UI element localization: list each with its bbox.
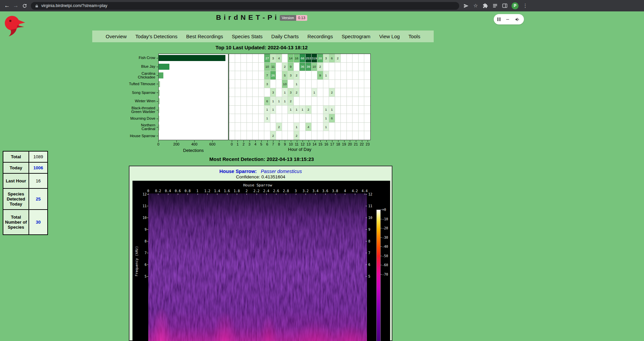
- heatmap-cell: 1: [276, 97, 282, 106]
- nav-item-recordings[interactable]: Recordings: [308, 34, 333, 39]
- heatmap-cell: 10: [282, 80, 288, 89]
- stats-row-today: Today1006: [3, 162, 48, 173]
- heatmap-cell: 2: [288, 97, 294, 106]
- side-panel-icon[interactable]: [502, 3, 508, 9]
- heatmap-cell: [347, 97, 353, 106]
- heatmap-cell: 253: [306, 54, 312, 63]
- detection-species[interactable]: House Sparrow:: [219, 169, 257, 174]
- bar-song-sparrow: [159, 90, 160, 96]
- heatmap-cell: [247, 123, 253, 131]
- spec-xtick-mark: [355, 193, 355, 195]
- heatmap-cell: 14: [288, 54, 294, 63]
- heatmap-cell: [335, 71, 341, 80]
- send-icon[interactable]: [463, 3, 469, 9]
- heatmap-cell: [276, 131, 282, 140]
- heatmap-cell: 28: [317, 54, 323, 63]
- heatmap-cell: [317, 123, 323, 131]
- url-bar[interactable]: virginia.birdnetpi.com/?stream=play: [31, 2, 459, 10]
- spec-xtick-mark: [227, 193, 227, 195]
- heatmap-cell: [323, 97, 329, 106]
- seek-dash[interactable]: [506, 19, 509, 20]
- heatmap-cell: [341, 114, 347, 123]
- detection-scientific-name[interactable]: Passer domesticus: [261, 169, 302, 174]
- nav-item-today-s-detections[interactable]: Today's Detections: [136, 34, 177, 39]
- heatmap-cell: [347, 63, 353, 71]
- heatmap-cell: [364, 123, 370, 131]
- heatmap-cell: [341, 106, 347, 114]
- heatmap-cell: [359, 54, 365, 63]
- ytick-mark: [157, 101, 158, 102]
- heatmap-cell: [317, 114, 323, 123]
- heatmap-cell: [359, 123, 365, 131]
- heatmap-cell: [317, 80, 323, 89]
- heatmap-cell: [335, 106, 341, 114]
- stats-value-link[interactable]: 30: [29, 210, 48, 235]
- speaker-icon[interactable]: [515, 17, 520, 22]
- heatmap-cell: [235, 114, 241, 123]
- nav-item-tools[interactable]: Tools: [409, 34, 420, 39]
- menu-kebab-icon[interactable]: ⋮: [522, 3, 528, 9]
- reload-icon[interactable]: [20, 1, 29, 10]
- spec-xtick-label: 4.2: [352, 189, 358, 193]
- heatmap-cell: 3: [264, 80, 270, 89]
- heatmap-cell: [353, 54, 359, 63]
- nav-item-best-recordings[interactable]: Best Recordings: [186, 34, 223, 39]
- extensions-icon[interactable]: [482, 3, 488, 9]
- nav-item-spectrogram[interactable]: Spectrogram: [341, 34, 370, 39]
- heatmap-xtick-label: 18: [336, 142, 340, 146]
- heatmap-cell: 27: [264, 54, 270, 63]
- heatmap-xtick-label: 19: [342, 142, 346, 146]
- heatmap-cell: [323, 63, 329, 71]
- back-icon[interactable]: ←: [3, 1, 11, 10]
- reading-list-icon[interactable]: [492, 3, 498, 9]
- bar-xtick-mark: [158, 140, 159, 142]
- nav-item-view-log[interactable]: View Log: [379, 34, 399, 39]
- heatmap-cell: 1: [288, 106, 294, 114]
- heatmap-cell: [282, 123, 288, 131]
- colorbar-tick-mark: [381, 228, 382, 228]
- heatmap-cell: [229, 71, 235, 80]
- heatmap-xtick-mark: [350, 140, 350, 142]
- spec-xtick-label: 3.4: [312, 189, 318, 193]
- stats-value-link[interactable]: 25: [29, 188, 48, 210]
- spec-ytick-label-right: 8: [368, 239, 370, 243]
- stats-row-species-detected-today: Species Detected Today25: [3, 188, 48, 210]
- spec-ytick-mark-right: [366, 194, 367, 194]
- nav-item-daily-charts[interactable]: Daily Charts: [271, 34, 299, 39]
- heatmap-cell: [259, 114, 265, 123]
- audio-player[interactable]: [494, 14, 524, 24]
- heatmap-cell: [364, 63, 370, 71]
- heatmap-cell: [312, 131, 318, 140]
- heatmap-cell: [253, 131, 259, 140]
- heatmap-cell: 1: [294, 106, 300, 114]
- ytick-mark: [157, 110, 158, 110]
- spec-ytick-label-right: 10: [368, 216, 372, 220]
- forward-icon[interactable]: →: [11, 1, 20, 10]
- heatmap-cell: 3: [323, 54, 329, 63]
- spec-xtick-mark: [365, 193, 365, 195]
- heatmap-cell: [294, 63, 300, 71]
- bookmark-star-icon[interactable]: ☆: [473, 3, 479, 9]
- profile-avatar[interactable]: P: [512, 2, 519, 9]
- most-recent-heading: Most Recent Detection: 2022-04-13 18:15:…: [0, 156, 523, 162]
- heatmap-cell: [306, 80, 312, 89]
- heatmap-cell: [347, 54, 353, 63]
- heatmap-cell: [253, 106, 259, 114]
- nav-item-species-stats[interactable]: Species Stats: [232, 34, 263, 39]
- stats-value: 16: [29, 173, 48, 188]
- pause-icon[interactable]: [497, 17, 500, 21]
- heatmap-cell: [229, 88, 235, 97]
- heatmap-cell: [247, 54, 253, 63]
- heatmap-cell: 3: [288, 71, 294, 80]
- spec-ytick-mark-right: [366, 218, 367, 218]
- heatmap-xtick-mark: [285, 140, 285, 142]
- heatmap-cell: [264, 88, 270, 97]
- spec-xtick-mark: [306, 193, 306, 195]
- heatmap-xtick-label: 8: [278, 142, 280, 146]
- heatmap-cell: [347, 123, 353, 131]
- heatmap-cell: [364, 88, 370, 97]
- heatmap-cell: [306, 114, 312, 123]
- nav-item-overview[interactable]: Overview: [106, 34, 127, 39]
- species-tick-label: House Sparrow: [84, 134, 155, 138]
- stats-value-link[interactable]: 1006: [29, 162, 48, 173]
